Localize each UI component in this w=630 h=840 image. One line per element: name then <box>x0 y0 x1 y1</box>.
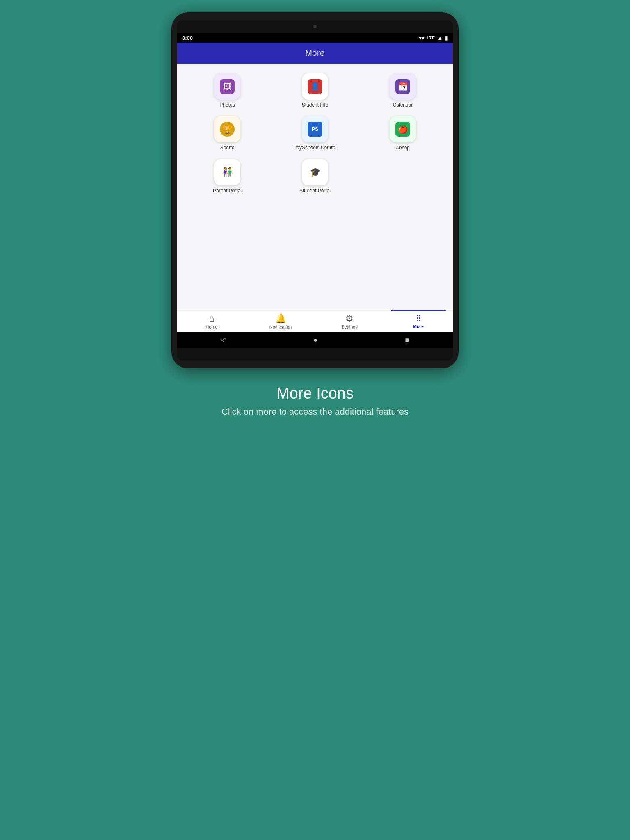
icon-label-parent-portal: Parent Portal <box>213 188 242 194</box>
icon-box-payschools: PS <box>302 116 328 142</box>
icon-item-payschools[interactable]: PS PaySchools Central <box>273 116 357 151</box>
bottom-nav: ⌂ Home 🔔 Notification ⚙ Settings ⠿ More <box>177 310 453 332</box>
photos-icon: 🖼 <box>220 79 235 94</box>
calendar-icon: 📅 <box>395 79 410 94</box>
home-button[interactable]: ● <box>313 336 317 344</box>
icon-grid: 🖼 Photos 👤 Student Info 📅 Calend <box>185 73 445 194</box>
icon-box-student-portal: 🎓 <box>302 159 328 185</box>
caption-title: More Icons <box>221 385 409 402</box>
android-nav: ◁ ● ■ <box>177 332 453 348</box>
tablet-top-bar <box>177 21 453 33</box>
app-header: More <box>177 43 453 64</box>
icon-box-photos: 🖼 <box>214 73 240 100</box>
wifi-icon: ▾ <box>419 34 424 41</box>
nav-notification-label: Notification <box>269 324 292 329</box>
battery-icon: ▮ <box>445 35 448 41</box>
icon-item-student-info[interactable]: 👤 Student Info <box>273 73 357 108</box>
more-icon: ⠿ <box>415 315 422 323</box>
icon-label-sports: Sports <box>220 145 235 151</box>
status-time: 8:00 <box>182 35 193 41</box>
caption-subtitle: Click on more to access the additional f… <box>221 406 409 417</box>
nav-notification[interactable]: 🔔 Notification <box>246 310 315 332</box>
back-button[interactable]: ◁ <box>221 336 226 344</box>
icon-box-student-info: 👤 <box>302 73 328 100</box>
student-info-icon: 👤 <box>308 79 322 94</box>
icon-item-sports[interactable]: 🏆 Sports <box>185 116 269 151</box>
parent-portal-icon: 👫 <box>220 165 235 180</box>
app-content: 🖼 Photos 👤 Student Info 📅 Calend <box>177 64 453 310</box>
nav-home-label: Home <box>205 324 217 329</box>
nav-more-label: More <box>413 324 424 329</box>
icon-item-student-portal[interactable]: 🎓 Student Portal <box>273 159 357 194</box>
nav-home[interactable]: ⌂ Home <box>177 310 246 332</box>
icon-box-calendar: 📅 <box>390 73 416 100</box>
status-bar: 8:00 ▾ LTE ▲ ▮ <box>177 33 453 43</box>
notification-icon: 🔔 <box>275 314 286 323</box>
settings-icon: ⚙ <box>345 314 354 323</box>
app-header-title: More <box>305 48 325 57</box>
lte-label: LTE <box>427 35 435 40</box>
status-right: ▾ LTE ▲ ▮ <box>419 34 448 41</box>
app-screen: More 🖼 Photos 👤 Student Info <box>177 43 453 348</box>
home-icon: ⌂ <box>209 314 214 323</box>
camera-notch <box>313 25 317 28</box>
aesop-icon: 🍎 <box>395 122 410 137</box>
signal-bars: ▲ <box>437 35 443 41</box>
nav-settings-label: Settings <box>341 324 358 329</box>
icon-label-photos: Photos <box>219 102 235 108</box>
icon-item-parent-portal[interactable]: 👫 Parent Portal <box>185 159 269 194</box>
caption-area: More Icons Click on more to access the a… <box>197 385 433 417</box>
recent-button[interactable]: ■ <box>405 336 409 344</box>
icon-label-payschools: PaySchools Central <box>293 145 336 151</box>
icon-item-photos[interactable]: 🖼 Photos <box>185 73 269 108</box>
nav-settings[interactable]: ⚙ Settings <box>315 310 384 332</box>
icon-item-calendar[interactable]: 📅 Calendar <box>361 73 445 108</box>
student-portal-icon: 🎓 <box>308 165 322 180</box>
icon-label-aesop: Aesop <box>396 145 410 151</box>
payschools-icon: PS <box>308 122 322 137</box>
icon-box-aesop: 🍎 <box>390 116 416 142</box>
icon-label-student-portal: Student Portal <box>299 188 331 194</box>
sports-icon: 🏆 <box>220 122 235 137</box>
tablet-shell: 8:00 ▾ LTE ▲ ▮ More 🖼 Photos <box>171 12 459 368</box>
icon-label-calendar: Calendar <box>393 102 413 108</box>
icon-label-student-info: Student Info <box>302 102 329 108</box>
icon-box-sports: 🏆 <box>214 116 240 142</box>
icon-box-parent-portal: 👫 <box>214 159 240 185</box>
icon-item-aesop[interactable]: 🍎 Aesop <box>361 116 445 151</box>
tablet-bottom <box>177 348 453 360</box>
nav-more[interactable]: ⠿ More <box>384 310 453 332</box>
